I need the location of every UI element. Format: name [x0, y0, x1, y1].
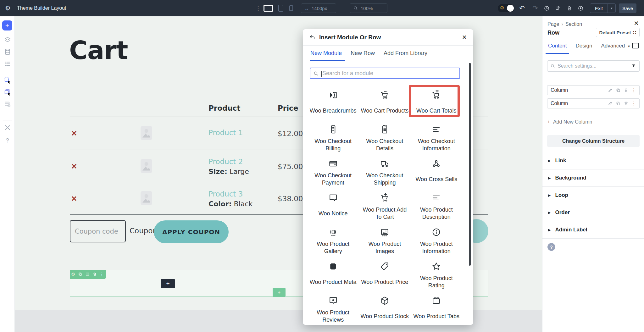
row-column-structure-icon[interactable]	[85, 272, 90, 276]
panel-tab[interactable]: Advanced	[601, 43, 625, 49]
phone-view-icon[interactable]	[289, 5, 293, 11]
trash-icon[interactable]	[624, 101, 629, 106]
module-item[interactable]: Woo Product Rating	[411, 255, 462, 289]
module-item[interactable]: Woo Checkout Shipping	[359, 152, 410, 186]
save-to-library-icon[interactable]	[576, 0, 585, 16]
history-icon[interactable]	[542, 0, 551, 16]
add-module-to-column-button[interactable]: +	[161, 279, 175, 288]
undo-icon[interactable]: ↶	[518, 0, 526, 16]
page-settings-icon[interactable]	[4, 101, 11, 108]
panel-close-icon[interactable]: ✕	[634, 19, 639, 27]
column-row[interactable]: Column ⋮	[547, 98, 640, 108]
modal-tab[interactable]: New Module	[310, 50, 342, 57]
product-name-link[interactable]: Product 1	[208, 129, 278, 137]
module-item[interactable]: Woo Product Gallery	[307, 220, 359, 255]
panel-help-icon[interactable]: ?	[547, 243, 555, 251]
breadcrumb-separator: ›	[561, 21, 563, 27]
accordion-row[interactable]: ▶ Background	[542, 169, 644, 187]
module-item[interactable]: Woo Product Add To Cart	[359, 186, 410, 220]
change-column-structure-button[interactable]: Change Column Structure	[547, 135, 640, 147]
delete-icon[interactable]	[565, 0, 574, 16]
row-trash-icon[interactable]	[92, 272, 97, 276]
module-item[interactable]: Woo Cross Sells	[411, 152, 462, 186]
accordion-row[interactable]: ▶ Loop	[542, 187, 644, 204]
portability-sort-icon[interactable]	[553, 0, 562, 16]
coupon-code-input[interactable]	[70, 220, 126, 242]
module-item[interactable]: Woo Checkout Information	[411, 118, 462, 152]
module-item[interactable]: Woo Checkout Details	[359, 118, 410, 152]
layers-icon[interactable]	[4, 36, 11, 44]
module-item[interactable]: Woo Breadcrumbs	[307, 83, 359, 118]
settings-search-input[interactable]	[558, 61, 630, 71]
module-item[interactable]: Woo Checkout Billing	[307, 118, 359, 152]
modal-close-icon[interactable]: ✕	[462, 29, 467, 46]
select-row-icon[interactable]	[4, 89, 11, 96]
module-item[interactable]: Woo Product Images	[359, 220, 410, 255]
trash-icon[interactable]	[624, 88, 629, 93]
view-options-kebab-icon[interactable]: ⋮	[255, 0, 261, 16]
exit-dropdown-caret-icon[interactable]: ▾	[608, 6, 615, 10]
breadcrumb-section[interactable]: Section	[565, 21, 582, 27]
exit-button[interactable]: Exit	[590, 6, 608, 11]
modal-tab[interactable]: New Row	[351, 50, 375, 57]
remove-product-icon[interactable]	[71, 150, 77, 183]
default-preset-button[interactable]: Default Preset ∷	[596, 28, 640, 37]
tabs-caret-icon[interactable]: ▾	[628, 44, 630, 48]
edit-pencil-icon[interactable]	[608, 101, 613, 106]
apply-coupon-button[interactable]: APPLY COUPON	[154, 220, 229, 243]
sidebar-group-2	[0, 77, 15, 108]
module-search-input[interactable]	[322, 68, 458, 78]
product-name-link[interactable]: Product 2	[208, 158, 278, 166]
module-item[interactable]: Woo Product Reviews	[307, 289, 359, 323]
kebab-menu-icon[interactable]: ⋮	[631, 101, 636, 106]
add-new-column-button[interactable]: + Add New Column	[547, 119, 592, 125]
product-name-link[interactable]: Product 3	[208, 190, 278, 198]
tools-icon[interactable]	[4, 124, 11, 131]
layout-rows-icon[interactable]	[4, 60, 11, 68]
duplicate-icon[interactable]	[616, 101, 621, 106]
desktop-view-icon[interactable]	[264, 5, 273, 12]
module-item[interactable]: Woo Checkout Payment	[307, 152, 359, 186]
help-icon[interactable]: ?	[0, 137, 15, 144]
remove-product-icon[interactable]	[71, 183, 77, 214]
duplicate-icon[interactable]	[616, 88, 621, 93]
module-item[interactable]: Woo Product Meta	[307, 255, 359, 289]
row-duplicate-icon[interactable]	[78, 272, 82, 276]
database-icon[interactable]	[4, 48, 11, 56]
modal-tab[interactable]: Add From Library	[384, 50, 427, 57]
breadcrumb-page[interactable]: Page	[547, 21, 559, 27]
save-button[interactable]: Save	[619, 3, 636, 13]
filter-funnel-icon[interactable]	[631, 64, 636, 69]
accordion-row[interactable]: ▶ Link	[542, 152, 644, 169]
add-row-button[interactable]: +	[273, 288, 286, 297]
zoom-input[interactable]: 100%	[350, 3, 387, 13]
modal-scrollbar[interactable]	[469, 63, 471, 266]
builder-mode-toggle[interactable]: ⚙	[498, 4, 514, 12]
accordion-row[interactable]: ▶ Admin Label	[542, 221, 644, 239]
accordion-row[interactable]: ▶ Order	[542, 204, 644, 221]
module-item[interactable]: Woo Cart Totals	[411, 83, 462, 118]
row-kebab-icon[interactable]: ⋮	[100, 272, 104, 276]
kebab-menu-icon[interactable]: ⋮	[631, 87, 636, 93]
module-item[interactable]: Woo Product Price	[359, 255, 410, 289]
remove-product-icon[interactable]	[71, 117, 77, 150]
module-item[interactable]: Woo Cart Products	[359, 83, 410, 118]
back-arrow-icon[interactable]	[309, 34, 315, 41]
edit-pencil-icon[interactable]	[608, 88, 613, 93]
module-item[interactable]: Woo Product Description	[411, 186, 462, 220]
panel-tab[interactable]: Content	[548, 43, 567, 49]
module-item[interactable]: Woo Product Tabs	[411, 289, 462, 323]
panel-tab[interactable]: Design	[576, 43, 592, 49]
tablet-view-icon[interactable]	[278, 5, 283, 12]
column-row[interactable]: Column ⋮	[547, 85, 640, 95]
redo-icon[interactable]: ↷	[531, 0, 540, 16]
module-item[interactable]: Woo Product Stock	[359, 289, 410, 323]
select-module-icon[interactable]	[4, 77, 11, 84]
row-settings-gear-icon[interactable]: ⚙	[71, 272, 75, 276]
module-item[interactable]: Woo Product Information	[411, 220, 462, 255]
desktop-preview-icon[interactable]	[632, 43, 639, 48]
module-item[interactable]: Woo Notice	[307, 186, 359, 220]
responsive-width-input[interactable]: ↔ 1400px	[301, 3, 336, 13]
builder-settings-gear-icon[interactable]: ⚙	[5, 0, 11, 16]
add-module-button[interactable]: +	[2, 20, 12, 30]
